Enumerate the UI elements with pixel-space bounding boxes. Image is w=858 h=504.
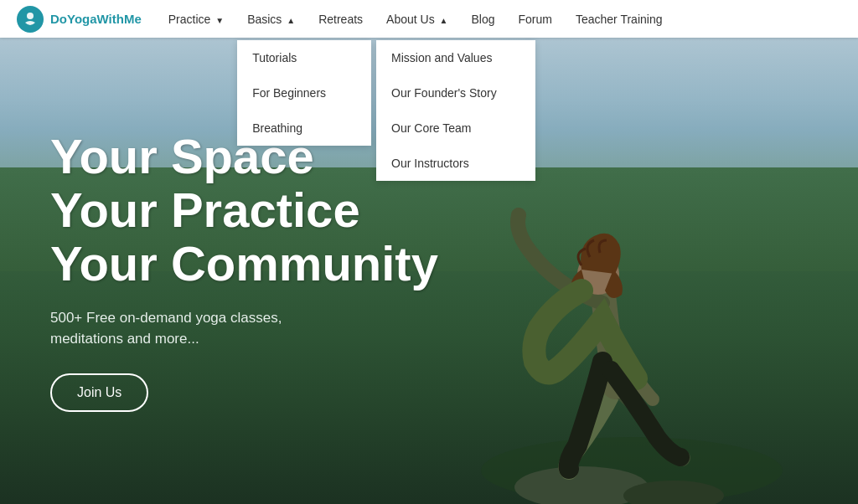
practice-arrow: ▼ bbox=[215, 16, 224, 25]
nav-item-retreats: Retreats bbox=[308, 3, 373, 36]
basics-nav-link[interactable]: Basics ▲ bbox=[237, 3, 305, 36]
teacher-training-nav-link[interactable]: Teacher Training bbox=[566, 3, 673, 36]
aboutus-instructors-link[interactable]: Our Instructors bbox=[376, 146, 535, 181]
logo[interactable]: DoYogaWithMe bbox=[17, 6, 142, 33]
retreats-nav-link[interactable]: Retreats bbox=[308, 3, 373, 36]
tagline-line2: Your Practice bbox=[50, 183, 808, 237]
aboutus-founder-link[interactable]: Our Founder's Story bbox=[376, 75, 535, 111]
svg-point-4 bbox=[27, 13, 34, 19]
navbar: DoYogaWithMe Practice ▼ Basics ▲ Tutoria… bbox=[0, 0, 858, 38]
basics-arrow: ▲ bbox=[287, 16, 295, 25]
forum-nav-link[interactable]: Forum bbox=[509, 3, 562, 36]
nav-item-forum: Forum bbox=[509, 3, 562, 36]
nav-menu: Practice ▼ Basics ▲ Tutorials For Beginn… bbox=[158, 3, 673, 36]
basics-dropdown: Tutorials For Beginners Breathing bbox=[237, 40, 371, 146]
join-us-button[interactable]: Join Us bbox=[50, 373, 148, 412]
tagline-line3: Your Community bbox=[50, 237, 808, 291]
basics-tutorials-link[interactable]: Tutorials bbox=[237, 40, 371, 75]
aboutus-team-link[interactable]: Our Core Team bbox=[376, 111, 535, 146]
blog-nav-link[interactable]: Blog bbox=[461, 3, 504, 36]
nav-item-practice: Practice ▼ bbox=[158, 3, 234, 36]
aboutus-mission-link[interactable]: Mission and Values bbox=[376, 40, 535, 75]
basics-breathing-link[interactable]: Breathing bbox=[237, 111, 371, 146]
hero-subtitle: 500+ Free on-demand yoga classes,meditat… bbox=[50, 307, 808, 350]
logo-text: DoYogaWithMe bbox=[50, 12, 142, 26]
nav-item-teacher-training: Teacher Training bbox=[566, 3, 673, 36]
practice-nav-link[interactable]: Practice ▼ bbox=[158, 3, 234, 36]
aboutus-dropdown: Mission and Values Our Founder's Story O… bbox=[376, 40, 535, 181]
nav-item-blog: Blog bbox=[461, 3, 504, 36]
nav-item-aboutus: About Us ▲ Mission and Values Our Founde… bbox=[376, 3, 457, 36]
aboutus-arrow: ▲ bbox=[440, 16, 448, 25]
nav-item-basics: Basics ▲ Tutorials For Beginners Breathi… bbox=[237, 3, 305, 36]
aboutus-nav-link[interactable]: About Us ▲ bbox=[376, 3, 457, 36]
logo-icon bbox=[17, 6, 44, 33]
basics-for-beginners-link[interactable]: For Beginners bbox=[237, 75, 371, 111]
